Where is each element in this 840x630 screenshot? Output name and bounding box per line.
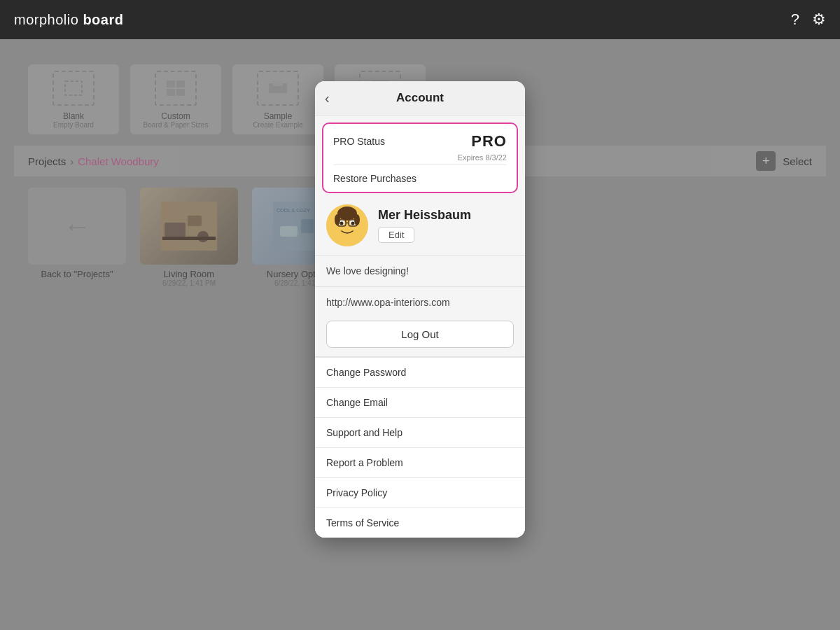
change-password-button[interactable]: Change Password — [315, 357, 525, 387]
svg-point-33 — [337, 206, 357, 220]
svg-point-35 — [354, 214, 360, 225]
app-title: morpholio board — [14, 12, 123, 28]
edit-button[interactable]: Edit — [378, 227, 414, 243]
report-problem-button[interactable]: Report a Problem — [315, 447, 525, 477]
user-profile-section: Mer Heissbaum Edit — [315, 193, 525, 252]
pro-status-box: PRO Status PRO Expires 8/3/22 Restore Pu… — [322, 122, 518, 193]
svg-point-26 — [340, 222, 344, 225]
terms-of-service-button[interactable]: Terms of Service — [315, 507, 525, 538]
support-help-button[interactable]: Support and Help — [315, 417, 525, 447]
change-email-button[interactable]: Change Email — [315, 387, 525, 417]
modal-back-button[interactable]: ‹ — [325, 90, 330, 106]
pro-expires: Expires 8/3/22 — [323, 153, 517, 164]
settings-icon[interactable]: ⚙ — [812, 10, 826, 29]
restore-purchases-button[interactable]: Restore Purchases — [323, 165, 517, 192]
top-bar-icons: ? ⚙ — [791, 10, 826, 29]
avatar — [326, 204, 368, 246]
user-info: Mer Heissbaum Edit — [378, 208, 471, 243]
menu-section: Change Password Change Email Support and… — [315, 356, 525, 538]
pro-badge: PRO — [471, 132, 507, 150]
account-modal: ‹ Account PRO Status PRO Expires 8/3/22 … — [315, 81, 525, 538]
pro-status-row: PRO Status PRO — [323, 124, 517, 153]
top-bar: morpholio board ? ⚙ — [0, 0, 840, 39]
url-text: http://www.opa-interiors.com — [315, 290, 525, 315]
privacy-policy-button[interactable]: Privacy Policy — [315, 477, 525, 507]
bio-divider — [315, 286, 525, 287]
profile-divider — [315, 255, 525, 255]
modal-title: Account — [396, 91, 444, 105]
bio-text: We love designing! — [315, 258, 525, 284]
app-title-bold: board — [83, 12, 123, 27]
help-icon[interactable]: ? — [791, 10, 799, 29]
app-title-light: morpholio — [14, 12, 83, 27]
logout-wrap: Log Out — [315, 315, 525, 354]
logout-button[interactable]: Log Out — [326, 321, 514, 348]
modal-header: ‹ Account — [315, 81, 525, 115]
user-name: Mer Heissbaum — [378, 208, 471, 223]
main-area: Blank Empty Board Custom Board & Paper S… — [0, 39, 840, 630]
pro-status-label: PRO Status — [333, 136, 385, 147]
svg-point-27 — [351, 222, 355, 225]
svg-point-34 — [335, 214, 340, 225]
